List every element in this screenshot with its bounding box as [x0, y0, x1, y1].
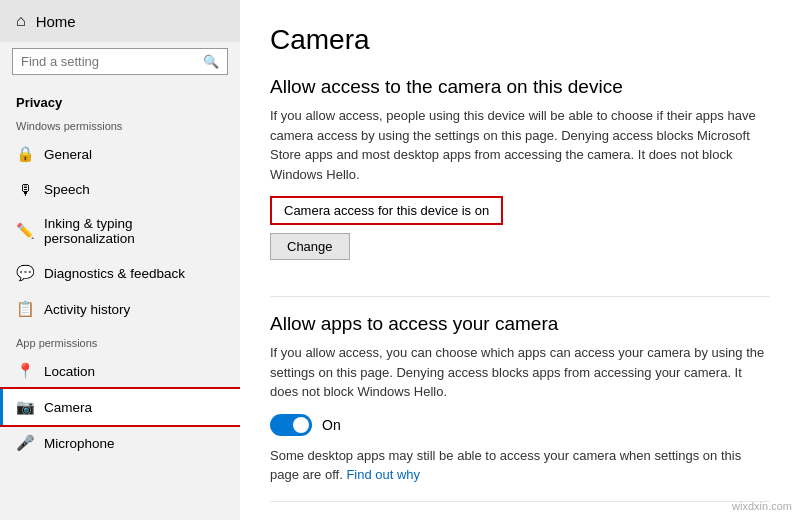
- search-box[interactable]: 🔍: [12, 48, 228, 75]
- divider-1: [270, 296, 770, 297]
- divider-2: [270, 501, 770, 502]
- sidebar: ⌂ Home 🔍 Privacy Windows permissions 🔒 G…: [0, 0, 240, 520]
- windows-permissions-title: Windows permissions: [0, 114, 240, 136]
- activity-icon: 📋: [16, 300, 34, 318]
- sidebar-item-diagnostics-label: Diagnostics & feedback: [44, 266, 185, 281]
- sidebar-item-speech[interactable]: 🎙 Speech: [0, 172, 240, 207]
- microphone-icon: 🎤: [16, 434, 34, 452]
- main-content: Camera Allow access to the camera on thi…: [240, 0, 800, 520]
- section1-desc: If you allow access, people using this d…: [270, 106, 770, 184]
- inking-icon: ✏️: [16, 222, 34, 240]
- search-input[interactable]: [21, 54, 203, 69]
- sidebar-home-item[interactable]: ⌂ Home: [0, 0, 240, 42]
- app-permissions-title: App permissions: [0, 327, 240, 353]
- camera-toggle[interactable]: [270, 414, 312, 436]
- camera-status-box: Camera access for this device is on: [270, 196, 503, 225]
- page-title: Camera: [270, 24, 770, 56]
- sidebar-item-inking-label: Inking & typing personalization: [44, 216, 224, 246]
- find-out-link[interactable]: Find out why: [346, 467, 420, 482]
- sidebar-item-speech-label: Speech: [44, 182, 90, 197]
- sidebar-item-inking[interactable]: ✏️ Inking & typing personalization: [0, 207, 240, 255]
- diagnostics-icon: 💬: [16, 264, 34, 282]
- sidebar-item-location[interactable]: 📍 Location: [0, 353, 240, 389]
- location-icon: 📍: [16, 362, 34, 380]
- sidebar-item-camera-label: Camera: [44, 400, 92, 415]
- sidebar-item-activity[interactable]: 📋 Activity history: [0, 291, 240, 327]
- home-icon: ⌂: [16, 12, 26, 30]
- sidebar-home-label: Home: [36, 13, 76, 30]
- sidebar-item-general[interactable]: 🔒 General: [0, 136, 240, 172]
- search-icon: 🔍: [203, 54, 219, 69]
- section2-title: Allow apps to access your camera: [270, 313, 770, 335]
- sidebar-item-camera[interactable]: 📷 Camera: [0, 389, 240, 425]
- section1-title: Allow access to the camera on this devic…: [270, 76, 770, 98]
- camera-sidebar-icon: 📷: [16, 398, 34, 416]
- toggle-row: On: [270, 414, 770, 436]
- privacy-title: Privacy: [0, 85, 240, 114]
- sidebar-item-general-label: General: [44, 147, 92, 162]
- sidebar-item-microphone[interactable]: 🎤 Microphone: [0, 425, 240, 461]
- camera-status-text: Camera access for this device is on: [284, 203, 489, 218]
- toggle-label: On: [322, 417, 341, 433]
- note-text: Some desktop apps may still be able to a…: [270, 446, 770, 485]
- sidebar-item-location-label: Location: [44, 364, 95, 379]
- toggle-thumb: [293, 417, 309, 433]
- section2-desc: If you allow access, you can choose whic…: [270, 343, 770, 402]
- sidebar-item-microphone-label: Microphone: [44, 436, 115, 451]
- sidebar-item-diagnostics[interactable]: 💬 Diagnostics & feedback: [0, 255, 240, 291]
- change-button[interactable]: Change: [270, 233, 350, 260]
- lock-icon: 🔒: [16, 145, 34, 163]
- sidebar-item-activity-label: Activity history: [44, 302, 130, 317]
- speech-icon: 🎙: [16, 181, 34, 198]
- note-text-content: Some desktop apps may still be able to a…: [270, 448, 741, 483]
